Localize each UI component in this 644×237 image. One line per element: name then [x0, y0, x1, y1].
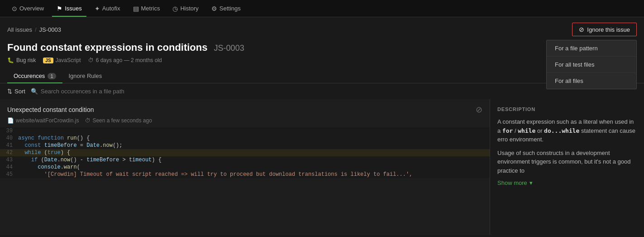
sort-button[interactable]: ⇅ Sort — [7, 88, 25, 95]
bug-risk-icon: 🐛 — [7, 57, 14, 63]
line-num-39: 39 — [0, 128, 18, 134]
desc-bold-while: while — [518, 127, 535, 134]
line-num-45: 45 — [0, 171, 18, 178]
issue-card-title: Unexpected constant condition — [7, 106, 94, 113]
show-more-button[interactable]: Show more ▾ — [497, 179, 533, 186]
nav-history-label: History — [180, 5, 198, 12]
chevron-down-icon: ▾ — [530, 179, 533, 186]
ignore-all-files[interactable]: For all files — [547, 73, 636, 89]
code-line-42: 42 while (true) { — [0, 149, 490, 156]
tab-occurences-label: Occurences — [14, 73, 45, 79]
search-box: 🔍 — [31, 88, 167, 95]
nav-autofix-label: Autofix — [102, 5, 120, 12]
code-line-41: 41 const timeBefore = Date.now(); — [0, 142, 490, 149]
clock-icon: ⏱ — [88, 57, 94, 63]
breadcrumb-bar: All issues / JS-0003 ⊘ Ignore this issue… — [0, 17, 644, 40]
nav-overview[interactable]: ⊙ Overview — [7, 0, 48, 17]
desc-bold-dowhile: do...while — [544, 127, 579, 134]
description-title: DESCRIPTION — [497, 106, 637, 112]
seen-label: Seen a few seconds ago — [92, 117, 152, 124]
top-nav: ⊙ Overview ⚑ Issues ✦ Autofix ▤ Metrics … — [0, 0, 644, 17]
js-badge: JS — [43, 58, 53, 63]
line-num-42: 42 — [0, 150, 18, 156]
overview-icon: ⊙ — [12, 5, 17, 12]
settings-icon: ⚙ — [211, 5, 217, 12]
nav-metrics[interactable]: ▤ Metrics — [129, 0, 165, 17]
tab-occurences-count: 1 — [48, 73, 56, 79]
clock2-icon: ⏱ — [85, 117, 91, 124]
autofix-icon: ✦ — [95, 5, 100, 12]
search-icon: 🔍 — [31, 88, 38, 95]
nav-overview-label: Overview — [19, 5, 44, 12]
file-meta: 📄 website/waitForCrowdin.js — [7, 117, 79, 124]
description-text-1: A constant expression such as a literal … — [497, 117, 637, 144]
desc-bold-for: for — [502, 127, 513, 134]
timestamp-meta: ⏱ 6 days ago — 2 months old — [88, 57, 162, 63]
timestamp-label: 6 days ago — 2 months old — [96, 57, 162, 63]
tab-ignore-rules-label: Ignore Rules — [69, 73, 102, 79]
code-line-39: 39 — [0, 127, 490, 135]
line-content-44: console.warn( — [18, 164, 80, 170]
language-meta: JS JavaScript — [43, 57, 81, 63]
seen-meta: ⏱ Seen a few seconds ago — [85, 117, 152, 124]
ignore-file-pattern[interactable]: For a file pattern — [547, 40, 636, 57]
history-icon: ◷ — [172, 5, 178, 12]
description-text-2: Usage of such constructs in a developmen… — [497, 149, 637, 175]
tab-occurences[interactable]: Occurences 1 — [7, 69, 62, 83]
breadcrumb-current: JS-0003 — [39, 26, 61, 33]
nav-settings[interactable]: ⚙ Settings — [207, 0, 245, 17]
line-num-43: 43 — [0, 157, 18, 163]
nav-issues[interactable]: ⚑ Issues — [52, 0, 86, 17]
file-icon: 📄 — [7, 117, 14, 124]
issues-icon: ⚑ — [57, 5, 62, 12]
search-input[interactable] — [41, 88, 167, 95]
sort-label: Sort — [14, 88, 25, 95]
issue-id: JS-0003 — [214, 44, 244, 53]
ignore-test-files[interactable]: For all test files — [547, 57, 636, 73]
line-content-42: while (true) { — [18, 150, 70, 156]
ignore-btn-container: ⊘ Ignore this issue For a file pattern F… — [572, 23, 637, 36]
line-num-44: 44 — [0, 164, 18, 170]
sort-icon: ⇅ — [7, 88, 12, 95]
code-panel: Unexpected constant condition ⊘ 📄 websit… — [0, 99, 490, 235]
bug-risk-label: Bug risk — [16, 57, 36, 63]
ignore-issue-button[interactable]: ⊘ Ignore this issue — [572, 23, 637, 36]
nav-history[interactable]: ◷ History — [168, 0, 203, 17]
file-path: website/waitForCrowdin.js — [16, 117, 79, 124]
language-label: JavaScript — [56, 57, 81, 63]
issue-card-meta: 📄 website/waitForCrowdin.js ⏱ Seen a few… — [0, 116, 490, 127]
ignore-icon: ⊘ — [579, 26, 584, 33]
nav-autofix[interactable]: ✦ Autofix — [90, 0, 125, 17]
metrics-icon: ▤ — [133, 5, 139, 12]
nav-metrics-label: Metrics — [141, 5, 160, 12]
line-content-45: '[Crowdin] Timeout of wait script reache… — [18, 171, 412, 178]
breadcrumb-separator: / — [35, 26, 37, 33]
code-line-45: 45 '[Crowdin] Timeout of wait script rea… — [0, 171, 490, 178]
line-content-40: async function run() { — [18, 135, 90, 141]
issue-title: Found constant expressions in conditions… — [7, 42, 637, 53]
bug-risk-meta: 🐛 Bug risk — [7, 57, 36, 63]
line-num-41: 41 — [0, 142, 18, 149]
ignore-btn-label: Ignore this issue — [587, 26, 630, 33]
nav-settings-label: Settings — [219, 5, 241, 12]
line-num-40: 40 — [0, 135, 18, 141]
breadcrumb-parent[interactable]: All issues — [7, 26, 32, 33]
show-more-label: Show more — [497, 179, 527, 186]
ignore-dropdown: For a file pattern For all test files Fo… — [546, 40, 637, 89]
line-content-41: const timeBefore = Date.now(); — [18, 142, 122, 149]
description-panel: DESCRIPTION A constant expression such a… — [490, 99, 644, 235]
breadcrumb: All issues / JS-0003 — [7, 26, 61, 33]
code-line-43: 43 if (Date.now() - timeBefore > timeout… — [0, 156, 490, 164]
code-block: 39 40 async function run() { 41 const ti… — [0, 127, 490, 178]
ignore-occurrence-button[interactable]: ⊘ — [476, 105, 482, 115]
line-content-43: if (Date.now() - timeBefore > timeout) { — [18, 157, 162, 163]
main-layout: Unexpected constant condition ⊘ 📄 websit… — [0, 99, 644, 235]
code-line-40: 40 async function run() { — [0, 135, 490, 142]
nav-issues-label: Issues — [65, 5, 82, 12]
tab-ignore-rules[interactable]: Ignore Rules — [62, 69, 109, 83]
code-line-44: 44 console.warn( — [0, 164, 490, 171]
issue-card-header: Unexpected constant condition ⊘ — [0, 99, 490, 116]
issue-meta: 🐛 Bug risk JS JavaScript ⏱ 6 days ago — … — [7, 57, 637, 63]
